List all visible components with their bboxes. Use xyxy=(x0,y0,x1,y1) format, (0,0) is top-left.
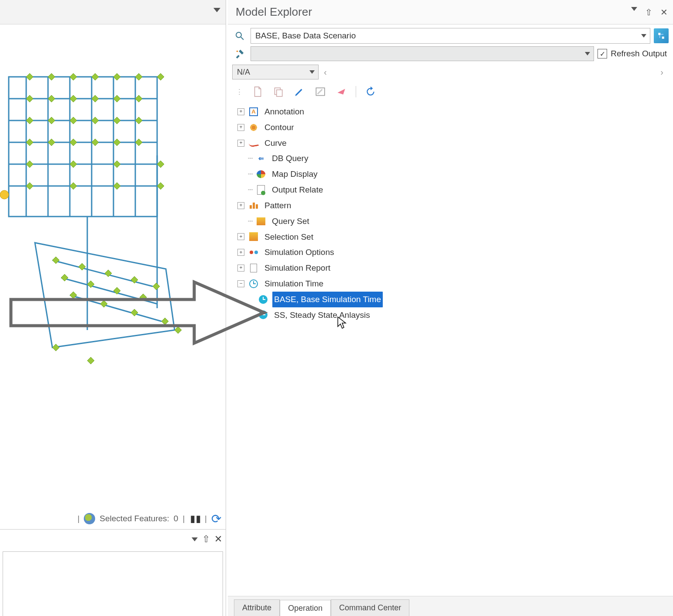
scenario-row: BASE, Base Data Scenario xyxy=(228,24,673,45)
model-explorer-tree: + A Annotation + Contour + Curve ┄ ⇐ DB … xyxy=(228,103,673,326)
refresh-output-checkbox[interactable]: ✓ Refresh Output xyxy=(597,49,669,59)
model-explorer-tabs: Attribute Operation Command Center xyxy=(228,596,673,616)
panel-options-caret-icon[interactable] xyxy=(631,7,637,11)
left-top-bar xyxy=(0,0,226,24)
simulation-options-icon xyxy=(249,248,258,257)
tree-connector-icon: ┄ xyxy=(248,167,253,182)
timestep-combobox[interactable]: N/A xyxy=(232,65,319,79)
prev-timestep-button[interactable]: ‹ xyxy=(324,67,327,77)
edit-button[interactable] xyxy=(293,85,306,98)
lower-left-panel-body[interactable] xyxy=(3,551,223,616)
rename-button[interactable] xyxy=(314,85,327,98)
tree-label: Simulation Report xyxy=(263,260,332,276)
map-canvas[interactable] xyxy=(0,24,226,508)
panel-options-caret-icon[interactable] xyxy=(192,537,198,541)
time-nav-row: N/A ‹ › xyxy=(228,64,673,80)
chevron-down-icon xyxy=(309,70,315,74)
tree-node-simulation-time[interactable]: − Simulation Time xyxy=(231,276,670,292)
tab-command-center[interactable]: Command Center xyxy=(331,599,409,616)
selection-set-icon xyxy=(249,232,258,241)
new-item-button[interactable] xyxy=(251,85,264,98)
tree-node-base-simulation-time[interactable]: BASE, Base Simulation Time xyxy=(231,292,670,307)
curve-icon xyxy=(249,138,258,148)
scenario-search-icon[interactable] xyxy=(232,28,247,43)
status-separator: | xyxy=(182,514,185,523)
tab-operation[interactable]: Operation xyxy=(280,600,331,616)
secondary-combobox[interactable] xyxy=(251,46,594,61)
model-explorer-panel: Model Explorer ⇧ ✕ BASE, Base Data Scena… xyxy=(228,0,673,616)
tree-label: Simulation Time xyxy=(263,276,325,292)
tree-node-pattern[interactable]: + Pattern xyxy=(231,198,670,213)
tree-node-annotation[interactable]: + A Annotation xyxy=(231,104,670,120)
expand-icon[interactable]: + xyxy=(237,249,244,256)
close-icon[interactable]: ✕ xyxy=(214,533,222,545)
tools-icon[interactable] xyxy=(232,46,247,61)
expand-icon[interactable]: + xyxy=(237,140,244,147)
model-explorer-toolbar: ⋮ xyxy=(228,80,673,103)
zoom-selection-icon[interactable] xyxy=(84,513,95,524)
expand-icon[interactable]: + xyxy=(237,233,244,240)
tree-label-selected: BASE, Base Simulation Time xyxy=(272,292,383,307)
tree-leaf-spacer xyxy=(237,218,244,225)
tree-node-simulation-options[interactable]: + Simulation Options xyxy=(231,244,670,260)
expand-icon[interactable]: + xyxy=(237,124,244,131)
status-separator: | xyxy=(77,514,79,523)
left-map-panel: | Selected Features: 0 | ▮▮ | ⟳ ⇧ ✕ xyxy=(0,0,226,616)
run-scenario-button[interactable] xyxy=(654,28,669,43)
tree-label: Contour xyxy=(263,120,296,135)
map-status-bar: | Selected Features: 0 | ▮▮ | ⟳ xyxy=(0,508,226,529)
toolbar-separator xyxy=(356,86,356,97)
tree-node-curve[interactable]: + Curve xyxy=(231,135,670,151)
tab-attribute[interactable]: Attribute xyxy=(234,599,280,616)
scenario-combobox[interactable]: BASE, Base Data Scenario xyxy=(251,28,650,44)
panel-title: Model Explorer xyxy=(236,5,312,19)
svg-line-2 xyxy=(241,37,244,40)
checkbox-checked-icon: ✓ xyxy=(597,49,607,59)
network-map-graphic xyxy=(0,24,226,382)
expand-icon[interactable]: + xyxy=(237,108,244,115)
tree-leaf-spacer xyxy=(237,171,244,178)
svg-rect-5 xyxy=(277,90,282,96)
copy-button[interactable] xyxy=(272,85,285,98)
tree-node-query-set[interactable]: ┄ Query Set xyxy=(231,213,670,229)
close-icon[interactable]: ✕ xyxy=(660,7,668,17)
tree-label: Selection Set xyxy=(263,229,315,245)
pause-button[interactable]: ▮▮ xyxy=(189,514,200,523)
pin-icon[interactable]: ⇧ xyxy=(645,7,652,17)
collapse-icon[interactable]: − xyxy=(237,280,244,287)
refresh-output-label: Refresh Output xyxy=(611,49,667,59)
expand-icon[interactable]: + xyxy=(237,265,244,272)
tree-leaf-spacer xyxy=(237,155,244,162)
tree-node-output-relate[interactable]: ┄ Output Relate xyxy=(231,182,670,198)
refresh-map-button[interactable]: ⟳ xyxy=(211,512,221,526)
svg-point-1 xyxy=(236,32,241,38)
selected-features-count: 0 xyxy=(174,514,179,523)
tree-label: Simulation Options xyxy=(263,244,336,260)
expand-icon[interactable]: + xyxy=(237,202,244,209)
next-timestep-button[interactable]: › xyxy=(660,67,663,77)
clock-icon xyxy=(249,279,258,289)
tree-node-simulation-report[interactable]: + Simulation Report xyxy=(231,260,670,276)
clock-icon xyxy=(258,295,268,304)
tree-label: Map Display xyxy=(270,166,319,182)
delete-button[interactable] xyxy=(335,85,348,98)
model-explorer-header: Model Explorer ⇧ ✕ xyxy=(228,0,673,24)
scenario-value: BASE, Base Data Scenario xyxy=(255,31,356,41)
tree-node-steady-state[interactable]: SS, Steady State Anlaysis xyxy=(231,307,670,323)
left-panel-dropdown-caret-icon[interactable] xyxy=(213,8,220,12)
tree-label: Query Set xyxy=(270,213,311,229)
annotation-icon: A xyxy=(249,107,258,117)
tree-node-selection-set[interactable]: + Selection Set xyxy=(231,229,670,245)
lower-left-panel: ⇧ ✕ xyxy=(0,529,226,616)
tree-label: Annotation xyxy=(263,104,306,120)
status-separator: | xyxy=(205,514,207,523)
pin-icon[interactable]: ⇧ xyxy=(202,533,210,545)
tree-node-map-display[interactable]: ┄ Map Display xyxy=(231,166,670,182)
tree-node-contour[interactable]: + Contour xyxy=(231,120,670,135)
tree-node-db-query[interactable]: ┄ ⇐ DB Query xyxy=(231,151,670,166)
contour-icon xyxy=(249,123,258,132)
db-query-icon: ⇐ xyxy=(256,154,266,163)
reload-button[interactable] xyxy=(364,85,377,98)
tree-label: DB Query xyxy=(270,151,310,166)
timestep-value: N/A xyxy=(237,68,250,77)
